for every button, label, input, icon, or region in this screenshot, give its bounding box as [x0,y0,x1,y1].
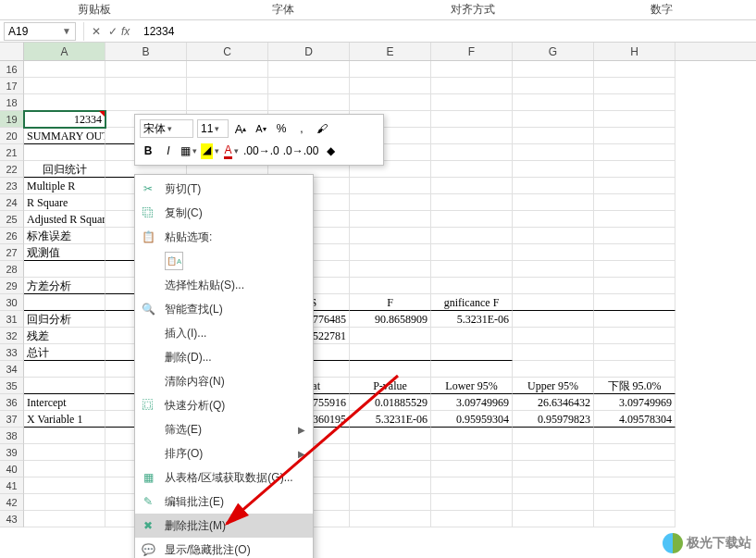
cell[interactable] [350,178,431,194]
cell[interactable] [350,61,431,78]
cell[interactable] [513,261,594,278]
cell[interactable]: 回归统计 [24,161,105,178]
cell[interactable] [513,178,594,194]
cell[interactable] [24,444,105,461]
menu-smart-lookup[interactable]: 🔍智能查找(L) [135,297,313,321]
name-box[interactable]: A19 ▼ [4,22,76,41]
bold-icon[interactable]: B [140,142,156,160]
format-painter-icon[interactable]: 🖌 [314,119,330,138]
cell[interactable] [594,211,675,228]
cell[interactable] [431,461,513,477]
cell[interactable] [513,494,594,511]
formula-input[interactable]: 12334 [138,25,756,38]
cell[interactable] [431,477,513,494]
cell[interactable]: 观测值 [24,244,105,261]
cell[interactable] [350,477,431,494]
cell[interactable]: 5.3231E-06 [350,411,431,428]
row-header[interactable]: 37 [0,411,24,428]
decrease-decimal-icon[interactable]: .00→.0 [243,142,279,160]
cell[interactable] [594,94,675,111]
cell[interactable] [105,61,187,78]
row-header[interactable]: 27 [0,244,24,261]
menu-copy[interactable]: ⿻复制(C) [135,201,313,225]
cell[interactable] [350,78,431,94]
row-header[interactable]: 36 [0,394,24,411]
cell[interactable] [594,178,675,194]
cell[interactable] [513,128,594,144]
cell[interactable] [431,494,513,511]
cell[interactable] [350,494,431,511]
cell[interactable]: Multiple R [24,178,105,194]
cell[interactable] [431,111,513,128]
cell[interactable] [350,278,431,294]
cell[interactable] [268,94,350,111]
cell[interactable] [431,211,513,228]
row-header[interactable]: 19 [0,111,24,128]
cell[interactable]: 方差分析 [24,278,105,294]
cell[interactable] [24,144,105,161]
menu-from-table[interactable]: ▦从表格/区域获取数据(G)... [135,465,313,490]
mini-font-select[interactable]: 宋体▾ [140,119,193,138]
row-header[interactable]: 26 [0,228,24,244]
row-header[interactable]: 43 [0,511,24,527]
cell[interactable] [105,94,187,111]
menu-paste-special[interactable]: 选择性粘贴(S)... [135,273,313,297]
row-header[interactable]: 33 [0,344,24,361]
menu-clear[interactable]: 清除内容(N) [135,369,313,393]
menu-filter[interactable]: 筛选(E)▶ [135,417,313,441]
cancel-formula-icon[interactable]: ✕ [88,25,105,38]
border-icon[interactable]: ▦▾ [180,142,197,160]
cell[interactable] [24,494,105,511]
menu-edit-comment[interactable]: ✎编辑批注(E) [135,490,313,514]
cell[interactable] [187,61,268,78]
cell[interactable]: Upper 95% [513,378,594,394]
cell[interactable] [350,361,431,378]
cell[interactable] [24,361,105,378]
cell[interactable] [513,211,594,228]
decrease-font-icon[interactable]: A▾ [253,119,269,138]
cell[interactable] [105,78,187,94]
menu-delete[interactable]: 删除(D)... [135,345,313,369]
confirm-formula-icon[interactable]: ✓ [105,25,121,38]
cell[interactable]: F [350,294,431,311]
row-header[interactable]: 17 [0,78,24,94]
cell[interactable] [350,194,431,211]
menu-show-hide-comment[interactable]: 💬显示/隐藏批注(O) [135,538,313,558]
cell[interactable] [350,244,431,261]
menu-quick-analysis[interactable]: ⿴快速分析(Q) [135,393,313,417]
cell[interactable] [594,294,675,311]
cell[interactable] [350,344,431,361]
cell[interactable]: 残差 [24,328,105,344]
cell[interactable] [350,94,431,111]
row-header[interactable]: 25 [0,211,24,228]
fx-icon[interactable]: fx [121,25,138,38]
cell[interactable] [350,461,431,477]
cell[interactable] [594,444,675,461]
cell[interactable] [513,244,594,261]
cell[interactable] [24,428,105,444]
cell[interactable] [431,78,513,94]
cell[interactable] [594,311,675,328]
cell[interactable]: gnificance F [431,294,513,311]
cell[interactable] [594,261,675,278]
cell[interactable] [350,328,431,344]
row-header[interactable]: 29 [0,278,24,294]
cell[interactable] [594,328,675,344]
select-all-corner[interactable] [0,43,24,60]
name-box-dropdown-icon[interactable]: ▼ [62,26,71,36]
cell[interactable] [594,344,675,361]
col-header-h[interactable]: H [594,43,675,60]
cell[interactable] [431,278,513,294]
cell[interactable] [594,278,675,294]
col-header-g[interactable]: G [513,43,594,60]
cell[interactable]: 0.95979823 [513,411,594,428]
cell[interactable]: 标准误差 [24,228,105,244]
cell[interactable] [513,511,594,527]
cell[interactable] [431,128,513,144]
cell[interactable]: 0.01885529 [350,394,431,411]
cell[interactable]: R Square [24,194,105,211]
cell[interactable] [594,461,675,477]
cell[interactable] [24,261,105,278]
menu-sort[interactable]: 排序(O)▶ [135,441,313,465]
menu-cut[interactable]: ✂剪切(T) [135,177,313,201]
